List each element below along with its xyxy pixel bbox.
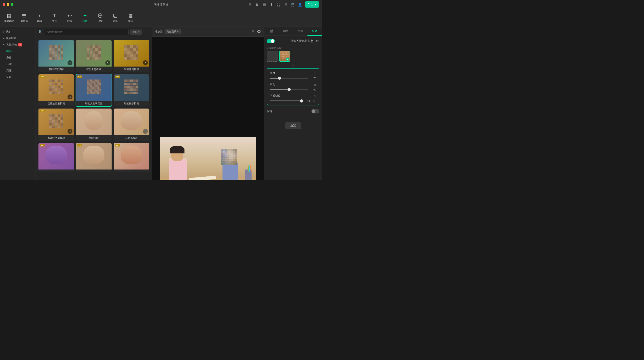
traffic-lights [3,3,14,6]
image-icon[interactable]: 🖼 [257,29,261,34]
more-options-button[interactable]: ··· [144,29,149,34]
delete-effect-button[interactable]: 🗑 [310,39,314,43]
sidebar-item-clone[interactable]: 克隆 [0,67,36,74]
vip-badge-particle: VIP [115,75,120,78]
app-grid-icon[interactable]: ⊞ [284,2,288,6]
feather-slider[interactable] [270,89,308,90]
transition-label: 转场 [67,19,72,23]
titlebar-icon-group: ⊞ 🖥 ▦ ⬇ 🎧 ⊞ 🛒 👤 [248,2,302,6]
toolbar-item-my-media[interactable]: ▤ 我的素材 [2,11,16,25]
video-effects-collapse-icon: ▶ [3,37,4,39]
opacity-reset-icon[interactable]: ◇ [314,94,316,98]
feather-fill [270,89,289,90]
param-intensity-label: 强度 [270,71,275,75]
character-label: 人物特效 [6,43,17,47]
download-icon[interactable]: ⬇ [270,2,274,6]
sidebar-item-body[interactable]: 身体 [0,54,36,61]
effect-card-face-mosaic[interactable]: VIP 智能人脸马赛克 [76,74,111,107]
effect-thumb-particle-blur: VIP [114,74,149,101]
face-sim [49,45,63,60]
effect-name-ink-blur: 智能水墨模糊 [76,67,111,72]
reverse-row: 反转 [267,107,319,115]
minimize-button[interactable] [7,3,10,6]
effect-card-ink-blur[interactable]: ⬇ 智能水墨模糊 [76,40,111,72]
toolbar-item-transition[interactable]: 转场 [62,11,77,25]
sidebar-item-my[interactable]: ▶ 我的 [0,29,36,35]
cart-icon[interactable]: 🛒 [291,2,295,6]
param-row-intensity: 强度 ◇ 25 [270,71,316,79]
effects-search-bar: 🔍 全部 ▾ ··· [36,27,152,37]
toolbar-item-sticker[interactable]: 贴纸 [108,11,122,25]
effect-name-cross-blur: 智能十字刷模糊 [38,135,74,141]
effect-card-masquerade[interactable]: ○ 马赛克脸谱 [114,109,149,141]
effects-label: 特效 [82,19,88,23]
sidebar-item-character[interactable]: ▼ 人物特效 新 [0,41,36,48]
grid-view-icon[interactable]: ⊞ [251,29,255,34]
effect-card-r4c[interactable]: VIP [114,143,149,172]
effect-card-wax-blur[interactable]: ⬇ 智能蜡笔模糊 [38,40,74,72]
toolbar-item-text[interactable]: T 文字 [48,11,62,25]
effect-card-beauty-thin[interactable]: 美颜瘦脸 [76,109,111,141]
tab-effects-label: 特效 [312,29,318,33]
effect-card-particle-blur[interactable]: VIP 智能粒子模糊 [114,74,149,107]
effect-card-r4b[interactable]: VIP [76,143,111,172]
feather-reset-icon[interactable]: ◇ [314,83,316,86]
tab-effects[interactable]: 特效 [308,27,322,36]
reset-button[interactable]: 重置 [285,122,301,129]
headphone-icon[interactable]: 🎧 [276,2,281,6]
preview-quality-selector[interactable]: 完整画质 ▾ [164,29,181,34]
intensity-slider[interactable] [270,78,308,79]
screen-icon[interactable]: 🖥 [255,2,259,6]
detected-faces-label: 识别到的人脸 [267,46,319,50]
sidebar-item-video-effects[interactable]: ▶ 视频特效 [0,35,36,41]
layout-icon[interactable]: ▦ [262,2,266,6]
face-sim-graffiti [124,45,138,60]
toolbar-item-audio[interactable]: ♪ 音频 [32,11,46,25]
close-button[interactable] [3,3,5,6]
face-thumb-empty[interactable] [267,51,278,62]
effect-thumb-face-mosaic: VIP [76,74,111,101]
effect-card-r4a[interactable]: VIP [38,143,74,172]
sidebar-item-more[interactable]: …… [0,80,36,86]
bottom-reset-section: 重置 [267,115,319,129]
effect-name-graffiti-blur: 智能涂鸦模糊 [114,67,149,72]
param-feather-label: 羽化 [270,83,275,86]
toolbar-item-media-lib[interactable]: 素材库 [17,11,31,25]
filter-button[interactable]: 全部 ▾ [130,29,142,35]
sidebar-item-surround[interactable]: 环绕 [0,61,36,67]
sidebar-item-face[interactable]: 面部 [0,48,36,54]
feather-value: 50 [310,88,316,91]
titlebar: 未命名项目 ⊞ 🖥 ▦ ⬇ 🎧 ⊞ 🛒 👤 导出 ▾ [0,0,322,9]
tab-video[interactable]: 🎬 [264,27,278,36]
template-label: 模板 [128,19,133,23]
reverse-toggle[interactable] [311,109,319,113]
effect-card-cross-blur[interactable]: VIP ⬇ 智能十字刷模糊 [38,109,74,141]
tab-color[interactable]: 颜色 [278,27,293,36]
sidebar-item-accessory[interactable]: 头饰 [0,74,36,80]
reset-effect-button[interactable]: ↺ [316,38,319,43]
user-icon[interactable]: 👤 [298,2,302,6]
download-icon-ink: ⬇ [105,60,110,65]
download-icon-masquerade: ○ [143,129,148,134]
intensity-handle [278,77,281,80]
grid-icon[interactable]: ⊞ [248,2,252,6]
intensity-reset-icon[interactable]: ◇ [314,71,316,75]
effect-card-graffiti-blur[interactable]: ⬇ 智能涂鸦模糊 [114,40,149,72]
face-thumb-1[interactable]: ✓ [279,51,290,62]
toolbar-item-effects[interactable]: ✦ 特效 [78,11,92,25]
face-sim-mosaic [87,79,101,94]
toolbar-item-template[interactable]: ▦ 模板 [124,11,138,25]
export-button[interactable]: 导出 ▾ [305,1,319,7]
opacity-slider[interactable] [270,101,303,101]
vip-badge-cross: VIP [40,110,45,112]
effect-card-oil-blur[interactable]: VIP ⬇ 智能油画刷模糊 [38,74,74,107]
tab-transform[interactable]: 变速 [293,27,308,36]
effects-search-input[interactable] [44,29,128,35]
toolbar-item-filter[interactable]: 滤镜 [93,11,107,25]
maximize-button[interactable] [11,3,14,6]
opacity-slider-row: 100 % [270,100,316,102]
right-panel-tabs: 🎬 颜色 变速 特效 [264,27,322,36]
transition-icon [67,13,73,18]
vip-badge-r4a: VIP [40,144,45,147]
smart-mosaic-toggle[interactable] [267,39,275,43]
